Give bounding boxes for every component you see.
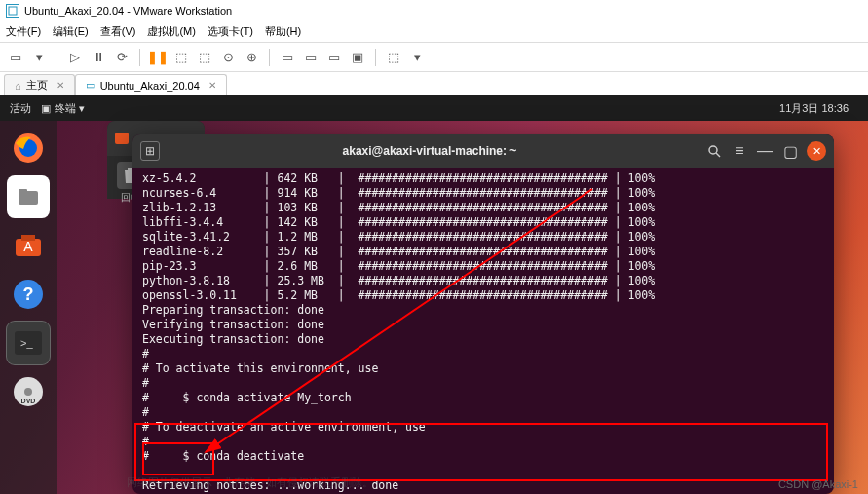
power-on-icon[interactable]: ▷ (65, 48, 85, 67)
software-icon[interactable]: A (7, 224, 50, 267)
menu-file[interactable]: 文件(F) (6, 24, 41, 39)
svg-point-15 (709, 146, 717, 154)
activities-button[interactable]: 活动 (10, 101, 31, 116)
menu-icon[interactable]: ≡ (729, 140, 750, 162)
tab-vm[interactable]: ▭ Ubuntu_Akaxi_20.04 ✕ (75, 74, 227, 95)
multi-icon[interactable]: ▣ (348, 48, 367, 67)
clock-icon[interactable]: ⊕ (242, 48, 261, 67)
snapshot-mgr-icon[interactable]: ⬚ (195, 48, 214, 67)
restart-icon[interactable]: ⟳ (112, 48, 132, 67)
pause-icon[interactable]: ❚❚ (148, 48, 168, 67)
tab-home[interactable]: ⌂ 主页 ✕ (4, 74, 75, 95)
menu-tabs[interactable]: 选项卡(T) (208, 24, 253, 39)
firefox-icon[interactable] (7, 127, 50, 170)
svg-text:DVD: DVD (21, 398, 36, 404)
stretch-icon[interactable]: ⬚ (384, 48, 403, 67)
dvd-icon[interactable]: DVD (7, 370, 50, 413)
menu-edit[interactable]: 编辑(E) (53, 24, 89, 39)
tab-home-label: 主页 (26, 78, 48, 93)
terminal-body[interactable]: xz-5.4.2 | 642 KB | ####################… (132, 168, 834, 494)
vmware-title-text: Ubuntu_Akaxi_20.04 - VMware Workstation (24, 5, 232, 17)
close-window-icon[interactable]: ✕ (807, 141, 826, 161)
svg-rect-4 (19, 189, 27, 193)
revert-icon[interactable]: ⊙ (218, 48, 238, 67)
help-icon[interactable]: ? (7, 273, 50, 316)
ubuntu-desktop: 活动 ▣ 终端 ▾ 11月3日 18:36 A ? >_ DVD (0, 95, 868, 494)
vmware-menubar: 文件(F) 编辑(E) 查看(V) 虚拟机(M) 选项卡(T) 帮助(H) (0, 21, 868, 43)
svg-point-13 (24, 388, 32, 396)
terminal-titlebar: ⊞ akaxi@akaxi-virtual-machine: ~ ≡ — ▢ ✕ (132, 134, 834, 168)
svg-rect-3 (19, 191, 38, 205)
terminal-small-icon: ▣ (41, 102, 51, 115)
clock[interactable]: 11月3日 18:36 (779, 101, 849, 116)
close-icon[interactable]: ✕ (57, 80, 64, 91)
vmware-icon (6, 4, 19, 18)
svg-text:>_: >_ (20, 337, 33, 349)
unity-icon[interactable]: ▭ (301, 48, 321, 67)
svg-rect-0 (9, 7, 17, 15)
settings-icon[interactable]: ▾ (407, 48, 427, 67)
maximize-icon[interactable]: ▢ (779, 140, 801, 162)
topbar-app[interactable]: ▣ 终端 ▾ (41, 101, 85, 116)
svg-text:A: A (23, 239, 33, 254)
menu-help[interactable]: 帮助(H) (265, 24, 301, 39)
svg-text:?: ? (23, 285, 34, 304)
vmware-toolbar: ▭ ▾ ▷ ⏸ ⟳ ❚❚ ⬚ ⬚ ⊙ ⊕ ▭ ▭ ▭ ▣ ⬚ ▾ (0, 43, 868, 72)
terminal-icon[interactable]: >_ (7, 322, 50, 364)
tab-vm-label: Ubuntu_Akaxi_20.04 (100, 80, 200, 92)
topbar-app-label: 终端 ▾ (55, 101, 85, 116)
new-tab-button[interactable]: ⊞ (140, 141, 160, 161)
minimize-icon[interactable]: — (754, 140, 775, 162)
menu-vm[interactable]: 虚拟机(M) (147, 24, 196, 39)
library-icon[interactable]: ▭ (6, 48, 25, 67)
snapshot-icon[interactable]: ⬚ (171, 48, 191, 67)
ubuntu-topbar: 活动 ▣ 终端 ▾ 11月3日 18:36 (0, 95, 868, 121)
search-icon[interactable] (703, 140, 725, 162)
folder-icon (115, 133, 129, 144)
vmware-tabs: ⌂ 主页 ✕ ▭ Ubuntu_Akaxi_20.04 ✕ (0, 72, 868, 95)
menu-view[interactable]: 查看(V) (100, 24, 136, 39)
close-icon[interactable]: ✕ (208, 80, 216, 91)
vmware-titlebar: Ubuntu_Akaxi_20.04 - VMware Workstation (0, 0, 868, 21)
fullscreen-icon[interactable]: ▭ (278, 48, 297, 67)
vm-tab-icon: ▭ (86, 79, 95, 92)
home-icon: ⌂ (15, 80, 21, 92)
faded-watermark: 网络图片仅供展示，非存储，如有侵权请联系删除。 (127, 475, 373, 490)
ubuntu-dock: A ? >_ DVD (0, 121, 57, 494)
terminal-title: akaxi@akaxi-virtual-machine: ~ (160, 144, 699, 158)
watermark: CSDN @Akaxi-1 (778, 478, 858, 490)
console-icon[interactable]: ▭ (324, 48, 344, 67)
suspend-icon[interactable]: ⏸ (89, 48, 108, 67)
terminal-window: ⊞ akaxi@akaxi-virtual-machine: ~ ≡ — ▢ ✕… (132, 134, 834, 494)
files-icon[interactable] (7, 175, 50, 218)
svg-line-16 (716, 153, 720, 157)
dropdown-icon[interactable]: ▾ (29, 48, 49, 67)
